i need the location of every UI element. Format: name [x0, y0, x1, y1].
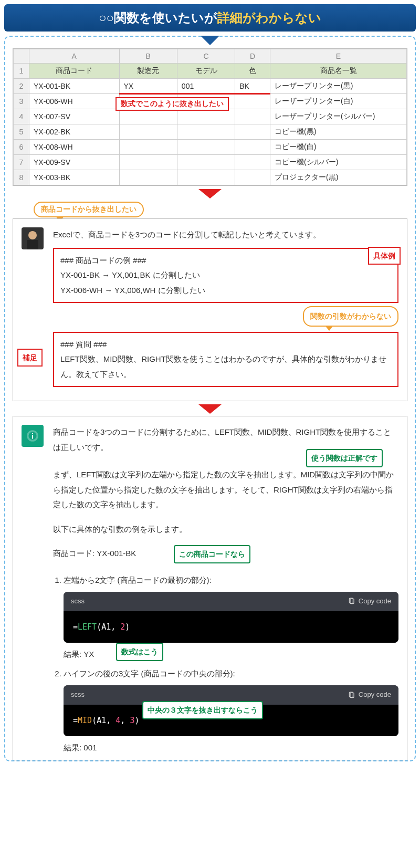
gpt-p3: 以下に具体的な引数の例を示します。 — [53, 522, 398, 537]
svg-point-0 — [28, 231, 37, 239]
excel-table: A B C D E 1 商品コード製造元 モデル色 商品名一覧 2 YX-001… — [13, 48, 407, 186]
arrow-down-icon — [201, 36, 219, 45]
table-header-row: 1 商品コード製造元 モデル色 商品名一覧 — [14, 64, 407, 79]
formula-tag: 数式はこう — [116, 643, 163, 661]
this-code-tag: この商品コードなら — [174, 545, 250, 563]
table-row: 6YX-008-WHコピー機(白) — [14, 140, 407, 155]
assistant-message: 商品コードを3つのコードに分割するために、LEFT関数、MID関数、RIGHT関… — [13, 416, 407, 760]
table-row: 7YX-009-SVコピー機(シルバー) — [14, 155, 407, 170]
gpt-p1: 商品コードを3つのコードに分割するために、LEFT関数、MID関数、RIGHT関… — [53, 425, 398, 455]
mid-formula-tag: 中央の３文字を抜き出すならこう — [142, 701, 263, 719]
copy-code-button[interactable]: Copy code — [348, 688, 391, 702]
example-box: ### 商品コードの例 ### YX-001-BK → YX,001,BK に分… — [53, 248, 398, 304]
result-2: 結果: 001 — [64, 740, 398, 756]
table-row: 4YX-007-SVレーザープリンター(シルバー) — [14, 109, 407, 124]
extract-annotation: 数式でこのように抜き出したい — [116, 97, 229, 111]
example-tag: 具体例 — [368, 247, 401, 265]
copy-code-button[interactable]: Copy code — [348, 595, 391, 608]
user-goal-bubble: 商品コードから抜き出したい — [34, 202, 144, 217]
arrow-down-icon — [198, 189, 222, 198]
user-message: Excelで、商品コードを3つのコードに分割して転記したいと考えています。 ##… — [13, 218, 407, 401]
table-row: 2 YX-001-BK YX 001 BK レーザープリンター(黒) — [14, 79, 407, 94]
gpt-avatar — [22, 425, 44, 447]
result-1: 結果: YX — [64, 650, 94, 658]
code-lang: scss — [71, 688, 85, 702]
step-1: 左端から2文字 (商品コードの最初の部分): scss Copy code =L… — [64, 573, 398, 662]
supplement-tag: 補足 — [17, 349, 43, 367]
gpt-p2: まず、LEFT関数は文字列の左端から指定した数の文字を抽出します。MID関数は文… — [53, 467, 398, 513]
table-row: 5YX-002-BKコピー機(黒) — [14, 124, 407, 140]
step-2: ハイフンの後の3文字 (商品コードの中央の部分): scss Copy code… — [64, 666, 398, 756]
code-block-1: scss Copy code =LEFT(A1, 2) — [64, 592, 398, 643]
svg-rect-1 — [27, 240, 38, 249]
table-row: 8YX-003-BKプロジェクター(黒) — [14, 170, 407, 185]
correct-functions-tag: 使う関数は正解です — [306, 449, 383, 467]
code-lang: scss — [71, 595, 85, 608]
user-intro: Excelで、商品コードを3つのコードに分割して転記したいと考えています。 — [53, 227, 398, 243]
user-avatar — [22, 227, 44, 249]
arrow-down-icon — [198, 404, 222, 414]
dont-know-args-bubble: 関数の引数がわからない — [303, 306, 398, 327]
gpt-p4: 商品コード: YX-001-BK この商品コードなら — [53, 546, 398, 561]
col-header-row: A B C D E — [14, 49, 407, 64]
clipboard-icon — [348, 692, 355, 699]
page-title: ○○関数を使いたいが詳細がわからない — [4, 4, 416, 32]
question-box: ### 質問 ### LEFT関数、MID関数、RIGHT関数を使うことはわかる… — [53, 332, 398, 388]
code-block-2: scss Copy code 中央の３文字を抜き出すならこう =MID(A1, … — [64, 685, 398, 736]
main-container: A B C D E 1 商品コード製造元 モデル色 商品名一覧 2 YX-001… — [4, 36, 416, 761]
clipboard-icon — [348, 598, 355, 605]
